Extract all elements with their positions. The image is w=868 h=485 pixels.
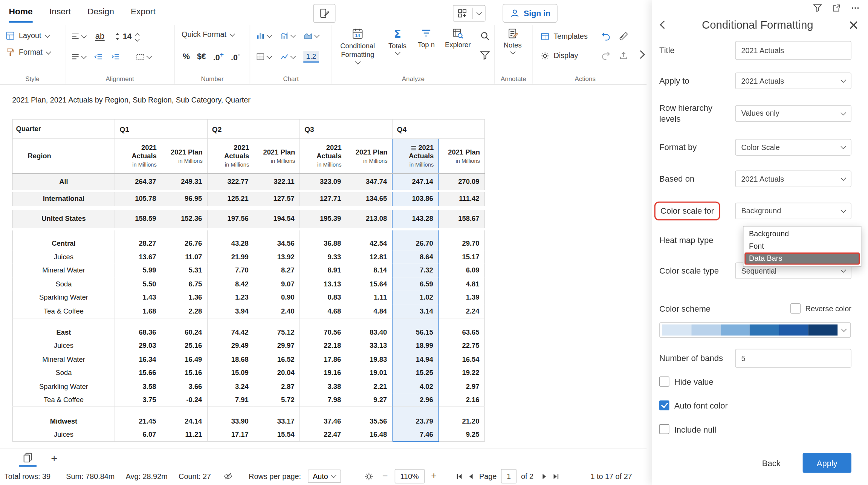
- number-format-sample-button[interactable]: 1.2: [303, 51, 319, 63]
- quarter-header-q3[interactable]: Q3: [300, 119, 392, 139]
- value-cell[interactable]: 2.87: [254, 379, 300, 393]
- value-cell[interactable]: 15.17: [439, 250, 485, 263]
- value-cell[interactable]: 16.54: [439, 352, 485, 366]
- include-null-control[interactable]: Include null: [659, 424, 851, 434]
- value-cell[interactable]: 249.31: [161, 174, 208, 191]
- vertical-align-button[interactable]: [71, 32, 86, 40]
- tab-home[interactable]: Home: [9, 7, 33, 23]
- search-button[interactable]: [480, 31, 491, 41]
- display-button[interactable]: Display: [540, 51, 593, 60]
- value-cell[interactable]: 35.56: [346, 407, 392, 428]
- value-cell[interactable]: 1.43: [115, 291, 161, 304]
- value-cell[interactable]: 8.27: [254, 263, 300, 277]
- row-label[interactable]: Juices: [12, 428, 115, 441]
- value-cell[interactable]: 16.52: [254, 352, 300, 366]
- value-cell[interactable]: 6.07: [115, 428, 161, 441]
- value-cell[interactable]: 9.25: [439, 428, 485, 441]
- increase-decimal-button[interactable]: .0+: [213, 51, 224, 62]
- value-cell[interactable]: 4.84: [346, 304, 392, 318]
- value-cell[interactable]: 21.20: [439, 407, 485, 428]
- value-cell[interactable]: 19.16: [300, 366, 346, 379]
- value-cell[interactable]: 3.58: [115, 379, 161, 393]
- dropdown-option-data-bars[interactable]: Data Bars: [744, 252, 860, 265]
- value-cell[interactable]: 29.03: [115, 339, 161, 352]
- value-cell[interactable]: 15.25: [392, 366, 439, 379]
- value-cell[interactable]: 13.13: [300, 277, 346, 291]
- auto-font-color-control[interactable]: Auto font color: [659, 400, 851, 410]
- value-cell[interactable]: 15.64: [346, 277, 392, 291]
- value-cell[interactable]: 18.68: [207, 352, 254, 366]
- value-cell[interactable]: 270.09: [439, 174, 485, 191]
- value-cell[interactable]: -0.24: [161, 393, 208, 407]
- value-cell[interactable]: 16.49: [161, 352, 208, 366]
- format-by-select[interactable]: Color Scale: [735, 139, 851, 156]
- value-cell[interactable]: 4.68: [300, 304, 346, 318]
- value-cell[interactable]: 22.47: [300, 428, 346, 441]
- value-cell[interactable]: 18.99: [392, 339, 439, 352]
- hide-value-control[interactable]: Hide value: [659, 376, 851, 386]
- edit-report-button[interactable]: [313, 4, 336, 23]
- value-cell[interactable]: 247.14: [392, 174, 439, 191]
- corner-header[interactable]: Quarter: [12, 119, 115, 139]
- value-cell[interactable]: 63.65: [439, 318, 485, 339]
- value-cell[interactable]: 5.72: [254, 393, 300, 407]
- quarter-header-q2[interactable]: Q2: [207, 119, 300, 139]
- measure-header-plan[interactable]: 2021 Planin Millions: [161, 139, 208, 174]
- panel-back-button[interactable]: [661, 21, 667, 29]
- value-cell[interactable]: 11.07: [161, 250, 208, 263]
- decrease-decimal-button[interactable]: .0-: [231, 51, 240, 62]
- value-cell[interactable]: 7.32: [392, 263, 439, 277]
- value-cell[interactable]: 143.28: [392, 208, 439, 229]
- panel-filter-button[interactable]: [813, 3, 822, 13]
- value-cell[interactable]: 60.24: [161, 318, 208, 339]
- title-input[interactable]: 2021 Actuals: [735, 41, 851, 60]
- value-cell[interactable]: 134.65: [346, 191, 392, 208]
- quick-format-button[interactable]: Quick Format: [175, 25, 234, 39]
- value-cell[interactable]: 74.42: [207, 318, 254, 339]
- value-cell[interactable]: 83.40: [346, 318, 392, 339]
- region-header[interactable]: Region: [12, 139, 115, 174]
- value-cell[interactable]: 9.27: [346, 393, 392, 407]
- value-cell[interactable]: 22.18: [300, 339, 346, 352]
- wrap-text-button[interactable]: ab: [95, 32, 105, 41]
- value-cell[interactable]: 56.15: [392, 318, 439, 339]
- value-cell[interactable]: 26.70: [392, 229, 439, 250]
- row-label[interactable]: Sparkling Water: [12, 379, 115, 393]
- color-scheme-select[interactable]: [659, 322, 851, 338]
- color-scale-for-select[interactable]: Background: [735, 202, 851, 219]
- value-cell[interactable]: 12.81: [346, 250, 392, 263]
- value-cell[interactable]: 1.02: [392, 291, 439, 304]
- value-cell[interactable]: 194.54: [254, 208, 300, 229]
- row-label[interactable]: Mineral Water: [12, 263, 115, 277]
- value-cell[interactable]: 5.31: [161, 263, 208, 277]
- row-label[interactable]: Soda: [12, 277, 115, 291]
- area-chart-button[interactable]: [303, 32, 319, 40]
- percent-format-button[interactable]: %: [183, 52, 190, 61]
- value-cell[interactable]: 158.67: [439, 208, 485, 229]
- value-cell[interactable]: 4.02: [392, 379, 439, 393]
- layout-button[interactable]: Layout: [6, 31, 60, 40]
- value-cell[interactable]: 19.83: [346, 352, 392, 366]
- value-cell[interactable]: 21.99: [207, 250, 254, 263]
- dropdown-option-font[interactable]: Font: [744, 240, 860, 252]
- value-cell[interactable]: 16.34: [115, 352, 161, 366]
- format-button[interactable]: Format: [6, 47, 60, 57]
- filter-button[interactable]: [480, 50, 491, 60]
- measure-header-actuals[interactable]: 2021 Actualsin Millions: [392, 139, 439, 174]
- undo-button[interactable]: [601, 32, 611, 41]
- tab-export[interactable]: Export: [131, 7, 156, 23]
- value-cell[interactable]: 2.96: [392, 393, 439, 407]
- value-cell[interactable]: 2.24: [439, 304, 485, 318]
- top-n-button[interactable]: Top n: [412, 25, 440, 84]
- value-cell[interactable]: 15.16: [161, 366, 208, 379]
- value-cell[interactable]: 96.95: [161, 191, 208, 208]
- value-cell[interactable]: 11.21: [161, 428, 208, 441]
- value-cell[interactable]: 125.21: [207, 191, 254, 208]
- value-cell[interactable]: 23.79: [392, 407, 439, 428]
- zoom-out-button[interactable]: −: [382, 471, 388, 482]
- value-cell[interactable]: 3.38: [300, 379, 346, 393]
- value-cell[interactable]: 8.42: [207, 277, 254, 291]
- value-cell[interactable]: 14.94: [392, 352, 439, 366]
- value-cell[interactable]: 21.45: [115, 407, 161, 428]
- reverse-color-control[interactable]: Reverse color: [790, 303, 851, 313]
